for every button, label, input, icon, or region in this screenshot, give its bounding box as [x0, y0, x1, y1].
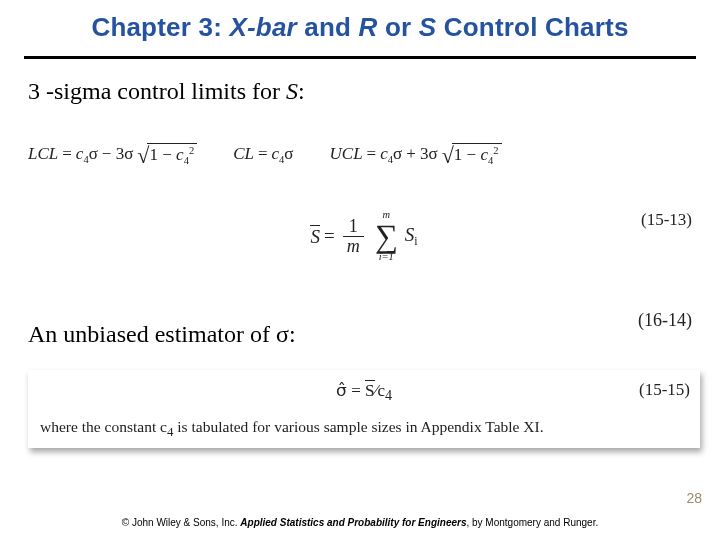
equation-number-15-13: (15-13) [641, 210, 692, 230]
equation-note: where the constant c4 is tabulated for v… [40, 418, 688, 440]
sqrt-lcl: √ 1 − c42 [137, 143, 197, 166]
slide-body: 3 -sigma control limits for S: LCL = c4σ… [28, 78, 700, 448]
frac-num: 1 [345, 217, 362, 236]
slide-title-wrap: Chapter 3: X-bar and R or S Control Char… [0, 12, 720, 43]
s-bar-rhs: S [365, 380, 374, 401]
footer: © John Wiley & Sons, Inc. Applied Statis… [0, 517, 720, 528]
lead1-text: 3 -sigma control limits for [28, 78, 286, 104]
lead-text-1: 3 -sigma control limits for S: [28, 78, 700, 105]
eq-sign: = [62, 144, 72, 164]
s-bar: S [310, 225, 320, 248]
c4-c: c [380, 144, 388, 163]
note-pre: where the constant [40, 418, 160, 435]
title-r: R [359, 12, 378, 42]
sum-lower: i=1 [379, 252, 394, 262]
si-var: S [405, 224, 415, 245]
sigma: σ [393, 144, 402, 163]
equation-15-15: σ̂ = S∕c4 [40, 380, 688, 404]
radical-icon: √ [442, 145, 454, 168]
sigma: σ [89, 144, 98, 163]
frac-den: m [343, 237, 364, 256]
slide-title: Chapter 3: X-bar and R or S Control Char… [91, 12, 628, 42]
sigma-hat: σ̂ [336, 381, 347, 400]
cl-label: CL [233, 144, 254, 164]
sigma: σ [284, 144, 293, 163]
minus-3sigma: − 3σ [102, 144, 134, 164]
page-number: 28 [686, 490, 702, 506]
lead1-var: S [286, 78, 298, 104]
title-mid: and [297, 12, 359, 42]
equation-15-13: LCL = c4σ − 3σ √ 1 − c42 CL = c4σ UCL = … [28, 143, 700, 166]
footer-pre: © John Wiley & Sons, Inc. [122, 517, 241, 528]
fraction-1-over-m: 1 m [343, 217, 364, 256]
note-post: is tabulated for various sample sizes in… [173, 418, 543, 435]
one-minus: 1 − [149, 145, 176, 164]
eq-sbar-inner: S = 1 m m ∑ i=1 Si [310, 210, 417, 263]
lead-text-2: An unbiased estimator of σ: [28, 321, 700, 348]
equation-15-15-box: σ̂ = S∕c4 (15-15) where the constant c4 … [28, 370, 700, 448]
title-rule [24, 56, 696, 59]
note-c: c [160, 418, 167, 435]
sqrt-sup: 2 [493, 145, 498, 156]
slide: Chapter 3: X-bar and R or S Control Char… [0, 0, 720, 540]
title-s: S [419, 12, 437, 42]
c4-c: c [377, 381, 385, 400]
sqrt-c: c [176, 145, 184, 164]
one-minus: 1 − [454, 145, 481, 164]
si-sub: i [414, 235, 417, 248]
radicand: 1 − c42 [452, 143, 502, 166]
lead2-text: An unbiased estimator of σ: [28, 321, 296, 347]
footer-book-title: Applied Statistics and Probability for E… [240, 517, 466, 528]
ucl-label: UCL [330, 144, 363, 164]
title-mid2: or [378, 12, 419, 42]
eq-sign: = [347, 381, 365, 400]
plus-3sigma: + 3σ [406, 144, 438, 164]
sqrt-ucl: √ 1 − c42 [442, 143, 502, 166]
title-suffix: Control Charts [436, 12, 628, 42]
eq-cl: CL = c4σ [233, 144, 293, 165]
radical-icon: √ [137, 145, 149, 168]
eq-sign: = [367, 144, 377, 164]
title-xbar: X-bar [229, 12, 296, 42]
equation-number-16-14: (16-14) [638, 310, 692, 331]
equation-number-15-15: (15-15) [639, 380, 690, 400]
sqrt-sub: 4 [488, 155, 493, 166]
summation-icon: m ∑ i=1 [375, 210, 398, 263]
sqrt-sup: 2 [189, 145, 194, 156]
footer-post: , by Montgomery and Runger. [466, 517, 598, 528]
equation-16-14: S = 1 m m ∑ i=1 Si [28, 210, 700, 263]
title-prefix: Chapter 3: [91, 12, 229, 42]
c4-c: c [272, 144, 280, 163]
eq-sign: = [258, 144, 268, 164]
c4-sub: 4 [385, 387, 392, 403]
lcl-label: LCL [28, 144, 58, 164]
sqrt-sub: 4 [184, 155, 189, 166]
radicand: 1 − c42 [147, 143, 197, 166]
eq-sign: = [324, 225, 335, 247]
eq-lcl: LCL = c4σ − 3σ √ 1 − c42 [28, 143, 197, 166]
sigma-capital-icon: ∑ [375, 220, 398, 252]
lead1-colon: : [298, 78, 305, 104]
sqrt-c: c [480, 145, 488, 164]
eq-ucl: UCL = c4σ + 3σ √ 1 − c42 [330, 143, 502, 166]
